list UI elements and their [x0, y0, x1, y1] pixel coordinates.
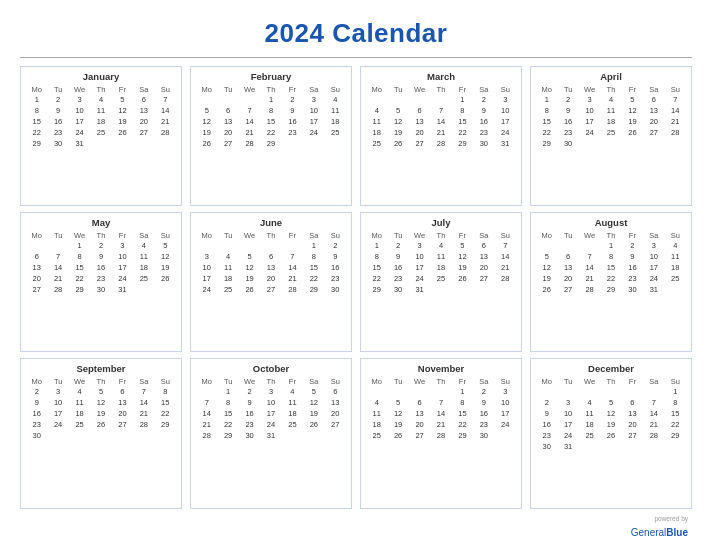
day-header: We — [409, 85, 430, 94]
day-cell: 28 — [282, 284, 303, 295]
month-table-november: MoTuWeThFrSaSu12345678910111213141516171… — [366, 377, 516, 441]
day-header: Mo — [536, 231, 557, 240]
day-cell — [579, 240, 600, 251]
day-cell — [90, 138, 111, 149]
week-row: 123 — [366, 94, 516, 105]
day-cell: 1 — [600, 240, 621, 251]
day-header: Tu — [557, 85, 578, 94]
day-cell — [665, 284, 686, 295]
day-cell: 1 — [366, 240, 387, 251]
week-row: 891011121314 — [366, 251, 516, 262]
day-header: Su — [155, 231, 176, 240]
day-cell — [557, 240, 578, 251]
day-cell: 9 — [47, 105, 68, 116]
day-cell: 8 — [452, 105, 473, 116]
day-cell — [643, 441, 664, 452]
day-cell: 16 — [473, 408, 494, 419]
week-row: 1234 — [196, 94, 346, 105]
day-cell — [473, 284, 494, 295]
week-row: 293031 — [26, 138, 176, 149]
day-cell: 8 — [217, 397, 238, 408]
day-cell: 6 — [260, 251, 281, 262]
day-cell — [622, 441, 643, 452]
day-cell: 5 — [239, 251, 260, 262]
day-cell: 4 — [282, 386, 303, 397]
day-cell: 24 — [47, 419, 68, 430]
day-cell: 5 — [622, 94, 643, 105]
week-row: 6789101112 — [26, 251, 176, 262]
day-cell: 2 — [557, 94, 578, 105]
day-cell — [325, 138, 346, 149]
day-header: Fr — [282, 85, 303, 94]
week-row: 45678910 — [366, 397, 516, 408]
day-cell — [665, 441, 686, 452]
week-row: 13141516171819 — [26, 262, 176, 273]
day-cell: 7 — [665, 94, 686, 105]
month-block-october: OctoberMoTuWeThFrSaSu1234567891011121314… — [190, 358, 352, 509]
week-row: 15161718192021 — [536, 116, 686, 127]
day-cell: 9 — [622, 251, 643, 262]
week-row: 9101112131415 — [26, 397, 176, 408]
day-cell: 15 — [536, 116, 557, 127]
day-cell: 28 — [579, 284, 600, 295]
day-cell: 5 — [155, 240, 176, 251]
day-cell: 23 — [47, 127, 68, 138]
day-cell: 16 — [387, 262, 408, 273]
day-cell: 24 — [579, 127, 600, 138]
day-cell: 17 — [579, 116, 600, 127]
day-cell: 13 — [26, 262, 47, 273]
day-cell: 11 — [325, 105, 346, 116]
week-row: 19202122232425 — [196, 127, 346, 138]
day-cell: 13 — [112, 397, 133, 408]
month-title-april: April — [536, 71, 686, 82]
day-cell: 10 — [579, 105, 600, 116]
day-cell: 14 — [282, 262, 303, 273]
week-row: 567891011 — [196, 105, 346, 116]
day-cell — [643, 386, 664, 397]
day-header: Fr — [622, 85, 643, 94]
day-cell: 9 — [282, 105, 303, 116]
day-cell: 6 — [643, 94, 664, 105]
month-block-november: NovemberMoTuWeThFrSaSu123456789101112131… — [360, 358, 522, 509]
day-cell: 30 — [622, 284, 643, 295]
day-cell: 31 — [495, 138, 516, 149]
day-cell: 30 — [239, 430, 260, 441]
day-cell: 7 — [47, 251, 68, 262]
month-table-february: MoTuWeThFrSaSu12345678910111213141516171… — [196, 85, 346, 149]
day-cell — [452, 284, 473, 295]
day-cell: 23 — [26, 419, 47, 430]
day-header: Fr — [112, 85, 133, 94]
day-header: Mo — [536, 377, 557, 386]
day-cell: 26 — [112, 127, 133, 138]
day-cell: 3 — [495, 94, 516, 105]
day-cell: 5 — [112, 94, 133, 105]
day-cell — [282, 138, 303, 149]
day-header: We — [69, 231, 90, 240]
day-cell: 8 — [155, 386, 176, 397]
day-cell: 16 — [47, 116, 68, 127]
day-cell: 4 — [366, 397, 387, 408]
month-title-january: January — [26, 71, 176, 82]
day-header: Th — [600, 231, 621, 240]
day-cell: 14 — [665, 105, 686, 116]
day-cell: 5 — [303, 386, 324, 397]
day-cell: 26 — [387, 138, 408, 149]
day-cell: 3 — [303, 94, 324, 105]
day-cell: 27 — [26, 284, 47, 295]
day-cell: 6 — [622, 397, 643, 408]
day-cell: 18 — [90, 116, 111, 127]
day-cell: 27 — [112, 419, 133, 430]
day-cell: 27 — [409, 138, 430, 149]
day-cell: 26 — [452, 273, 473, 284]
day-cell: 18 — [600, 116, 621, 127]
day-cell — [239, 240, 260, 251]
week-row: 1234567 — [366, 240, 516, 251]
day-cell: 7 — [430, 397, 451, 408]
day-cell: 19 — [600, 419, 621, 430]
day-header: We — [579, 231, 600, 240]
day-cell — [430, 284, 451, 295]
day-cell: 3 — [69, 94, 90, 105]
week-row: 22232425262728 — [366, 273, 516, 284]
day-cell: 21 — [430, 127, 451, 138]
day-cell: 29 — [366, 284, 387, 295]
